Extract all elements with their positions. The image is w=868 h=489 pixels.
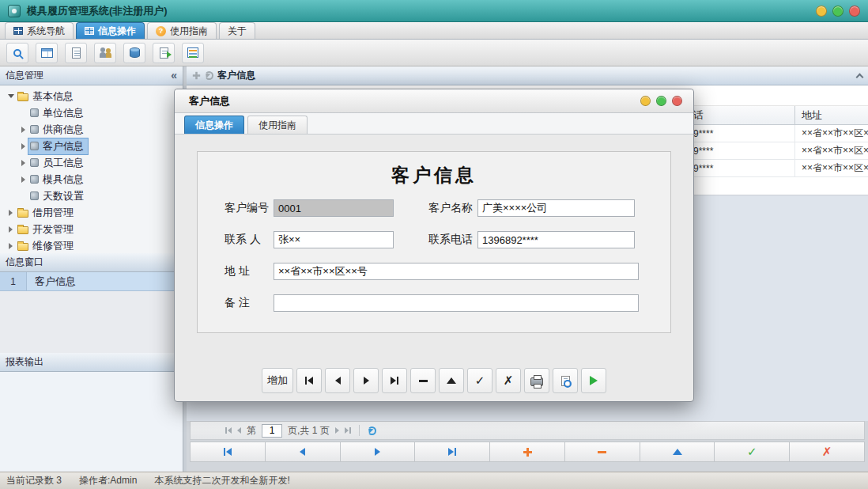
tree-item-mold-info[interactable]: 模具信息 [0,171,183,188]
dialog-titlebar[interactable]: 客户信息 [175,89,693,113]
tab-user-guide[interactable]: 使用指南 [147,22,217,39]
maximize-button[interactable] [832,6,843,17]
report-output-header[interactable]: 报表输出 [0,353,183,372]
prev-page-button[interactable] [237,427,241,434]
tree-item-employee-info[interactable]: 员工信息 [0,154,183,171]
tree-item-develop-management[interactable]: 开发管理 [0,221,183,237]
tree-item-days-setting[interactable]: 天数设置 [0,188,183,204]
tree-item-label: 供商信息 [43,123,84,137]
preview-button[interactable] [553,368,578,393]
folder-icon [17,226,28,234]
minimize-button[interactable] [816,6,827,17]
add-button[interactable]: 增加 [262,368,293,393]
print-button[interactable] [524,368,549,393]
run-button[interactable] [581,368,606,393]
first-record-button[interactable] [296,368,322,393]
dialog-maximize-button[interactable] [656,96,666,106]
dialog-tab-user-guide[interactable]: 使用指南 [247,116,308,134]
last-record-icon [391,377,398,385]
dialog-close-button[interactable] [672,96,682,106]
expander-open-icon[interactable] [8,94,14,98]
last-page-button[interactable] [345,427,351,434]
collapse-panel-icon[interactable] [856,73,864,81]
nav-first-button[interactable] [190,442,266,462]
expander-closed-icon[interactable] [21,176,25,183]
customer-name-input[interactable] [477,199,635,217]
tree-item-basic-info[interactable]: 基本信息 [0,88,183,104]
customer-name-label: 客户名称 [428,201,477,215]
expander-closed-icon[interactable] [9,210,13,216]
expander-closed-icon[interactable] [9,243,13,249]
expander-closed-icon[interactable] [21,143,25,150]
dialog-minimize-button[interactable] [640,96,651,106]
nav-edit-button[interactable] [640,442,715,462]
info-window-list: 1 客户信息 [0,272,183,353]
close-button[interactable] [849,6,860,17]
prev-record-button[interactable] [325,368,350,393]
column-header-address[interactable]: 地址 [795,106,868,124]
toolbar-search-button[interactable] [6,43,28,63]
expander-closed-icon[interactable] [9,226,13,233]
minus-icon [598,451,606,453]
run-icon [590,376,598,385]
toolbar-table-button[interactable] [36,43,58,63]
cancel-record-button[interactable] [496,368,521,393]
tab-info-operation[interactable]: 信息操作 [76,22,145,39]
address-input[interactable] [274,263,639,280]
form-heading: 客户信息 [198,163,670,188]
check-icon [475,374,485,387]
first-page-button[interactable] [225,427,232,434]
last-record-button[interactable] [382,368,407,393]
contact-person-label: 联系 人 [225,233,274,247]
tab-label: 信息操作 [98,25,136,38]
main-tabbar: 系统导航 信息操作 使用指南 关于 [0,22,868,40]
tree-item-unit-info[interactable]: 单位信息 [0,104,183,121]
remark-input[interactable] [274,294,639,312]
info-window-row[interactable]: 1 客户信息 [0,272,183,291]
delete-record-button[interactable] [410,368,436,393]
tree-item-borrow-management[interactable]: 借用管理 [0,204,183,221]
nav-cancel-button[interactable] [789,442,865,462]
contact-person-input[interactable] [274,231,394,248]
toolbar-export-button[interactable] [153,43,175,63]
refresh-page-button[interactable] [368,426,376,435]
toolbar-report-button[interactable] [182,43,204,63]
app-logo-icon [8,5,21,17]
confirm-record-button[interactable] [467,368,492,393]
nav-add-button[interactable] [489,442,565,462]
page-number-input[interactable] [262,424,282,438]
refresh-icon[interactable] [205,71,213,80]
nav-prev-button[interactable] [265,442,341,462]
tree-item-supplier-info[interactable]: 供商信息 [0,121,183,138]
customer-code-input[interactable] [274,199,394,217]
search-icon [13,49,21,57]
tree-item-customer-info[interactable]: 客户信息 [0,138,183,154]
next-page-button[interactable] [335,427,339,434]
tree-item-label: 借用管理 [32,206,74,220]
nav-next-button[interactable] [340,442,416,462]
nav-save-button[interactable] [714,442,790,462]
cell-address: ××省××市××区××号 [795,160,868,176]
tree-item-label: 客户信息 [43,139,84,154]
tab-about[interactable]: 关于 [219,22,255,39]
collapse-sidebar-icon[interactable] [171,70,177,82]
nav-last-button[interactable] [414,442,490,462]
toolbar-database-button[interactable] [123,43,145,63]
add-icon[interactable] [193,72,200,79]
nav-delete-button[interactable] [564,442,640,462]
tab-system-nav[interactable]: 系统导航 [5,22,74,39]
toolbar-users-button[interactable] [94,43,116,63]
expander-closed-icon[interactable] [21,160,25,166]
edit-record-button[interactable] [439,368,464,393]
info-window-header[interactable]: 信息窗口 [0,253,183,272]
tree-item-repair-management[interactable]: 维修管理 [0,237,183,253]
expander-closed-icon[interactable] [21,127,25,133]
operator-label: 操作者:Admin [79,474,137,487]
contact-phone-input[interactable] [477,231,635,248]
folder-icon [17,210,28,218]
toolbar-document-button[interactable] [65,43,87,63]
main-toolbar [0,40,868,66]
module-icon [30,125,39,134]
dialog-tab-info-operation[interactable]: 信息操作 [184,116,244,134]
next-record-button[interactable] [353,368,379,393]
